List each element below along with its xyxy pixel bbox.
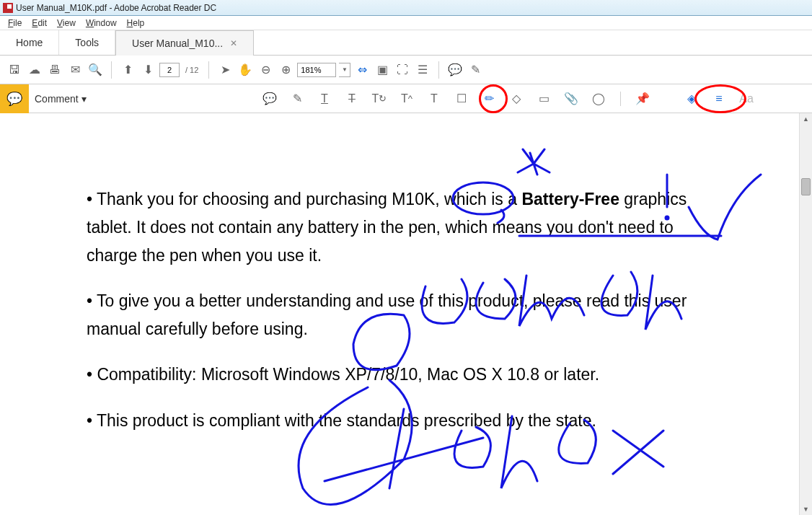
- fit-page-icon[interactable]: ▣: [374, 61, 391, 79]
- pin-icon[interactable]: 📌: [632, 89, 653, 109]
- comment-dropdown[interactable]: Comment ▾: [29, 93, 92, 105]
- stamp-icon[interactable]: ▭: [534, 89, 554, 109]
- hand-icon[interactable]: ✋: [237, 61, 254, 79]
- tab-home[interactable]: Home: [0, 30, 59, 55]
- shapes-icon[interactable]: ◯: [588, 89, 609, 109]
- scroll-down-icon[interactable]: ▼: [800, 503, 812, 515]
- save-icon[interactable]: 🖫: [6, 61, 23, 79]
- comment-panel-icon[interactable]: 💬: [0, 84, 29, 113]
- comment-toolbar: 💬 Comment ▾ 💬 ✎ T T T↻ T^ T ☐ ✏ ◇ ▭ 📎 ◯ …: [0, 84, 812, 113]
- fit-width-icon[interactable]: ⇔: [353, 61, 371, 79]
- scroll-up-icon[interactable]: ▲: [800, 113, 812, 125]
- zoom-out-icon[interactable]: ⊖: [257, 61, 274, 79]
- scroll-thumb[interactable]: [801, 178, 811, 195]
- zoom-in-icon[interactable]: ⊕: [277, 61, 294, 79]
- fullscreen-icon[interactable]: ⛶: [394, 61, 411, 79]
- app-icon: [3, 3, 13, 13]
- add-text-icon[interactable]: T: [424, 89, 444, 109]
- replace-text-icon[interactable]: T↻: [369, 89, 389, 109]
- highlight-icon[interactable]: ✎: [467, 61, 484, 79]
- pencil-icon[interactable]: ✏: [479, 89, 499, 109]
- menu-window[interactable]: Window: [81, 18, 122, 28]
- tabbar: Home Tools User Manual_M10... ✕: [0, 30, 812, 56]
- fill-color-icon[interactable]: ◈: [681, 89, 702, 109]
- handwriting-annotations: [0, 113, 798, 515]
- cloud-icon[interactable]: ☁: [26, 61, 43, 79]
- line-style-icon[interactable]: ≡: [709, 89, 729, 109]
- svg-point-0: [453, 182, 513, 214]
- menubar: File Edit View Window Help: [0, 16, 812, 30]
- page-total: / 12: [185, 66, 198, 74]
- menu-view[interactable]: View: [52, 18, 81, 28]
- zoom-level[interactable]: 181%: [297, 63, 336, 77]
- main-toolbar: 🖫 ☁ 🖶 ✉ 🔍 ⬆ ⬇ / 12 ➤ ✋ ⊖ ⊕ 181% ▼ ⇔ ▣ ⛶ …: [0, 56, 812, 84]
- zoom-dropdown-icon[interactable]: ▼: [339, 63, 350, 77]
- mail-icon[interactable]: ✉: [66, 61, 84, 79]
- menu-edit[interactable]: Edit: [27, 18, 52, 28]
- read-mode-icon[interactable]: ☰: [414, 61, 431, 79]
- strikethrough-icon[interactable]: T: [342, 89, 362, 109]
- pointer-icon[interactable]: ➤: [216, 61, 234, 79]
- close-tab-icon[interactable]: ✕: [230, 38, 237, 48]
- page-number-input[interactable]: [159, 63, 180, 77]
- sticky-note-icon[interactable]: 💬: [260, 89, 280, 109]
- tab-tools[interactable]: Tools: [59, 30, 115, 55]
- highlight-text-icon[interactable]: ✎: [287, 89, 307, 109]
- attachment-icon[interactable]: 📎: [561, 89, 581, 109]
- text-style-icon[interactable]: Aa: [736, 89, 756, 109]
- search-icon[interactable]: 🔍: [87, 61, 104, 79]
- separator: [111, 61, 112, 79]
- separator: [208, 61, 209, 79]
- page-up-icon[interactable]: ⬆: [119, 61, 136, 79]
- tab-document[interactable]: User Manual_M10... ✕: [115, 30, 254, 56]
- print-icon[interactable]: 🖶: [46, 61, 63, 79]
- text-box-icon[interactable]: ☐: [451, 89, 472, 109]
- document-viewport[interactable]: • Thank you for choosing and purchasing …: [0, 113, 798, 515]
- separator: [620, 92, 621, 106]
- svg-point-2: [666, 216, 668, 219]
- menu-help[interactable]: Help: [122, 18, 150, 28]
- titlebar: User Manual_M10K.pdf - Adobe Acrobat Rea…: [0, 0, 812, 16]
- page-down-icon[interactable]: ⬇: [139, 61, 156, 79]
- window-title: User Manual_M10K.pdf - Adobe Acrobat Rea…: [16, 3, 216, 13]
- separator: [438, 61, 439, 79]
- vertical-scrollbar[interactable]: ▲ ▼: [799, 113, 812, 515]
- underline-text-icon[interactable]: T: [314, 89, 335, 109]
- comment-bubble-icon[interactable]: 💬: [446, 61, 464, 79]
- eraser-icon[interactable]: ◇: [506, 89, 526, 109]
- menu-file[interactable]: File: [3, 18, 27, 28]
- insert-text-icon[interactable]: T^: [397, 89, 417, 109]
